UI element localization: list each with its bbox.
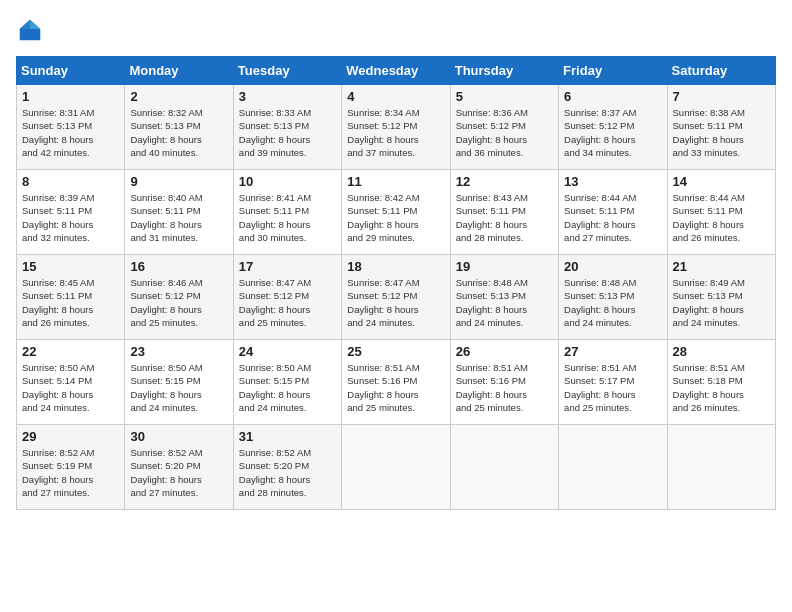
day-info: Sunrise: 8:42 AMSunset: 5:11 PMDaylight:… <box>347 191 444 244</box>
day-number: 14 <box>673 174 770 189</box>
day-info: Sunrise: 8:49 AMSunset: 5:13 PMDaylight:… <box>673 276 770 329</box>
day-info: Sunrise: 8:39 AMSunset: 5:11 PMDaylight:… <box>22 191 119 244</box>
day-number: 12 <box>456 174 553 189</box>
day-number: 16 <box>130 259 227 274</box>
day-info: Sunrise: 8:32 AMSunset: 5:13 PMDaylight:… <box>130 106 227 159</box>
calendar-cell <box>450 425 558 510</box>
day-number: 17 <box>239 259 336 274</box>
day-info: Sunrise: 8:47 AMSunset: 5:12 PMDaylight:… <box>347 276 444 329</box>
day-info: Sunrise: 8:40 AMSunset: 5:11 PMDaylight:… <box>130 191 227 244</box>
calendar-cell: 15Sunrise: 8:45 AMSunset: 5:11 PMDayligh… <box>17 255 125 340</box>
day-info: Sunrise: 8:51 AMSunset: 5:16 PMDaylight:… <box>456 361 553 414</box>
day-info: Sunrise: 8:44 AMSunset: 5:11 PMDaylight:… <box>564 191 661 244</box>
calendar-cell <box>342 425 450 510</box>
day-info: Sunrise: 8:51 AMSunset: 5:17 PMDaylight:… <box>564 361 661 414</box>
day-number: 30 <box>130 429 227 444</box>
day-number: 13 <box>564 174 661 189</box>
calendar-cell: 30Sunrise: 8:52 AMSunset: 5:20 PMDayligh… <box>125 425 233 510</box>
weekday-header-friday: Friday <box>559 57 667 85</box>
day-number: 31 <box>239 429 336 444</box>
day-number: 5 <box>456 89 553 104</box>
day-number: 9 <box>130 174 227 189</box>
day-info: Sunrise: 8:51 AMSunset: 5:16 PMDaylight:… <box>347 361 444 414</box>
calendar-cell: 19Sunrise: 8:48 AMSunset: 5:13 PMDayligh… <box>450 255 558 340</box>
calendar-cell: 13Sunrise: 8:44 AMSunset: 5:11 PMDayligh… <box>559 170 667 255</box>
calendar-cell: 21Sunrise: 8:49 AMSunset: 5:13 PMDayligh… <box>667 255 775 340</box>
day-number: 28 <box>673 344 770 359</box>
calendar-cell: 27Sunrise: 8:51 AMSunset: 5:17 PMDayligh… <box>559 340 667 425</box>
day-info: Sunrise: 8:36 AMSunset: 5:12 PMDaylight:… <box>456 106 553 159</box>
day-number: 20 <box>564 259 661 274</box>
calendar-cell: 20Sunrise: 8:48 AMSunset: 5:13 PMDayligh… <box>559 255 667 340</box>
calendar-cell: 11Sunrise: 8:42 AMSunset: 5:11 PMDayligh… <box>342 170 450 255</box>
day-info: Sunrise: 8:46 AMSunset: 5:12 PMDaylight:… <box>130 276 227 329</box>
day-info: Sunrise: 8:44 AMSunset: 5:11 PMDaylight:… <box>673 191 770 244</box>
logo <box>16 16 48 44</box>
day-number: 23 <box>130 344 227 359</box>
day-number: 26 <box>456 344 553 359</box>
day-number: 11 <box>347 174 444 189</box>
day-number: 22 <box>22 344 119 359</box>
svg-marker-2 <box>20 20 30 29</box>
day-number: 6 <box>564 89 661 104</box>
weekday-header-monday: Monday <box>125 57 233 85</box>
day-info: Sunrise: 8:41 AMSunset: 5:11 PMDaylight:… <box>239 191 336 244</box>
calendar-cell: 7Sunrise: 8:38 AMSunset: 5:11 PMDaylight… <box>667 85 775 170</box>
calendar-header-row: SundayMondayTuesdayWednesdayThursdayFrid… <box>17 57 776 85</box>
header <box>16 16 776 44</box>
day-number: 7 <box>673 89 770 104</box>
day-info: Sunrise: 8:51 AMSunset: 5:18 PMDaylight:… <box>673 361 770 414</box>
calendar-cell: 18Sunrise: 8:47 AMSunset: 5:12 PMDayligh… <box>342 255 450 340</box>
calendar-table: SundayMondayTuesdayWednesdayThursdayFrid… <box>16 56 776 510</box>
day-info: Sunrise: 8:43 AMSunset: 5:11 PMDaylight:… <box>456 191 553 244</box>
day-number: 19 <box>456 259 553 274</box>
calendar-week-row: 29Sunrise: 8:52 AMSunset: 5:19 PMDayligh… <box>17 425 776 510</box>
calendar-cell: 10Sunrise: 8:41 AMSunset: 5:11 PMDayligh… <box>233 170 341 255</box>
calendar-cell: 1Sunrise: 8:31 AMSunset: 5:13 PMDaylight… <box>17 85 125 170</box>
day-number: 10 <box>239 174 336 189</box>
logo-icon <box>16 16 44 44</box>
day-info: Sunrise: 8:47 AMSunset: 5:12 PMDaylight:… <box>239 276 336 329</box>
day-number: 3 <box>239 89 336 104</box>
calendar-week-row: 8Sunrise: 8:39 AMSunset: 5:11 PMDaylight… <box>17 170 776 255</box>
day-number: 25 <box>347 344 444 359</box>
calendar-week-row: 1Sunrise: 8:31 AMSunset: 5:13 PMDaylight… <box>17 85 776 170</box>
svg-marker-1 <box>30 20 40 29</box>
calendar-cell: 24Sunrise: 8:50 AMSunset: 5:15 PMDayligh… <box>233 340 341 425</box>
calendar-week-row: 15Sunrise: 8:45 AMSunset: 5:11 PMDayligh… <box>17 255 776 340</box>
day-number: 8 <box>22 174 119 189</box>
calendar-cell: 2Sunrise: 8:32 AMSunset: 5:13 PMDaylight… <box>125 85 233 170</box>
calendar-cell <box>667 425 775 510</box>
day-number: 4 <box>347 89 444 104</box>
day-info: Sunrise: 8:48 AMSunset: 5:13 PMDaylight:… <box>456 276 553 329</box>
calendar-cell: 8Sunrise: 8:39 AMSunset: 5:11 PMDaylight… <box>17 170 125 255</box>
calendar-cell: 17Sunrise: 8:47 AMSunset: 5:12 PMDayligh… <box>233 255 341 340</box>
calendar-cell: 12Sunrise: 8:43 AMSunset: 5:11 PMDayligh… <box>450 170 558 255</box>
calendar-cell: 6Sunrise: 8:37 AMSunset: 5:12 PMDaylight… <box>559 85 667 170</box>
calendar-cell <box>559 425 667 510</box>
calendar-cell: 16Sunrise: 8:46 AMSunset: 5:12 PMDayligh… <box>125 255 233 340</box>
weekday-header-sunday: Sunday <box>17 57 125 85</box>
day-info: Sunrise: 8:38 AMSunset: 5:11 PMDaylight:… <box>673 106 770 159</box>
calendar-cell: 14Sunrise: 8:44 AMSunset: 5:11 PMDayligh… <box>667 170 775 255</box>
day-info: Sunrise: 8:50 AMSunset: 5:14 PMDaylight:… <box>22 361 119 414</box>
day-number: 21 <box>673 259 770 274</box>
day-number: 1 <box>22 89 119 104</box>
day-number: 18 <box>347 259 444 274</box>
weekday-header-wednesday: Wednesday <box>342 57 450 85</box>
weekday-header-saturday: Saturday <box>667 57 775 85</box>
day-number: 2 <box>130 89 227 104</box>
day-number: 27 <box>564 344 661 359</box>
day-info: Sunrise: 8:52 AMSunset: 5:20 PMDaylight:… <box>239 446 336 499</box>
calendar-cell: 23Sunrise: 8:50 AMSunset: 5:15 PMDayligh… <box>125 340 233 425</box>
day-info: Sunrise: 8:45 AMSunset: 5:11 PMDaylight:… <box>22 276 119 329</box>
day-info: Sunrise: 8:52 AMSunset: 5:19 PMDaylight:… <box>22 446 119 499</box>
calendar-cell: 26Sunrise: 8:51 AMSunset: 5:16 PMDayligh… <box>450 340 558 425</box>
calendar-cell: 22Sunrise: 8:50 AMSunset: 5:14 PMDayligh… <box>17 340 125 425</box>
calendar-cell: 25Sunrise: 8:51 AMSunset: 5:16 PMDayligh… <box>342 340 450 425</box>
day-info: Sunrise: 8:50 AMSunset: 5:15 PMDaylight:… <box>239 361 336 414</box>
calendar-week-row: 22Sunrise: 8:50 AMSunset: 5:14 PMDayligh… <box>17 340 776 425</box>
calendar-cell: 9Sunrise: 8:40 AMSunset: 5:11 PMDaylight… <box>125 170 233 255</box>
day-info: Sunrise: 8:31 AMSunset: 5:13 PMDaylight:… <box>22 106 119 159</box>
calendar-cell: 31Sunrise: 8:52 AMSunset: 5:20 PMDayligh… <box>233 425 341 510</box>
